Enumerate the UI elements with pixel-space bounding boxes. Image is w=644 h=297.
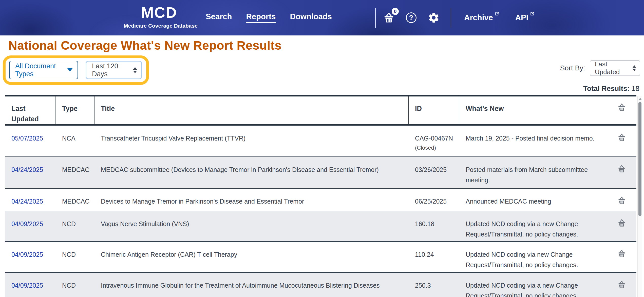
row-id: 03/26/2025 bbox=[409, 157, 459, 188]
external-link-icon bbox=[530, 12, 534, 16]
row-date-link[interactable]: 04/24/2025 bbox=[11, 166, 43, 173]
mcd-logo[interactable]: MCD Medicare Coverage Database bbox=[124, 5, 195, 29]
archive-link[interactable]: Archive bbox=[464, 13, 499, 22]
row-title: Transcatheter Tricuspid Valve Replacemen… bbox=[94, 126, 409, 156]
add-to-basket-button[interactable] bbox=[617, 219, 626, 241]
total-results-label: Total Results: bbox=[583, 85, 630, 92]
col-header-last-updated: Last Updated bbox=[5, 96, 55, 124]
add-to-basket-button[interactable] bbox=[617, 280, 626, 297]
external-links: Archive API bbox=[464, 0, 534, 35]
row-whats-new: Updated NCD coding via new Change Reques… bbox=[459, 242, 617, 272]
row-title: Chimeric Antigen Receptor (CAR) T-cell T… bbox=[94, 242, 409, 272]
sort-by-select-value: Last Updated bbox=[595, 60, 631, 76]
header-photo-backdrop bbox=[0, 3, 76, 35]
basket-count-badge: 0 bbox=[392, 8, 399, 15]
row-id: 06/25/2025 bbox=[409, 189, 459, 211]
help-button[interactable]: ? bbox=[406, 12, 416, 23]
basket-icon bbox=[617, 280, 626, 289]
external-link-icon bbox=[495, 12, 499, 16]
add-all-to-basket-button[interactable] bbox=[617, 96, 636, 124]
sort-by-select[interactable]: Last Updated bbox=[590, 60, 640, 76]
gear-icon bbox=[428, 12, 440, 24]
row-type: NCD bbox=[55, 273, 94, 297]
table-scrollbar[interactable] bbox=[637, 96, 642, 297]
header-divider bbox=[375, 8, 376, 28]
api-link[interactable]: API bbox=[515, 13, 535, 22]
add-to-basket-button[interactable] bbox=[617, 196, 626, 211]
row-date-link[interactable]: 04/09/2025 bbox=[11, 251, 43, 258]
table-row: 04/09/2025 NCD Vagus Nerve Stimulation (… bbox=[5, 211, 636, 241]
document-type-dropdown-value: All Document Types bbox=[15, 62, 65, 78]
basket-icon bbox=[617, 196, 626, 205]
basket-icon bbox=[617, 249, 626, 258]
row-date-link[interactable]: 04/09/2025 bbox=[11, 282, 43, 289]
mcd-logo-title: MCD bbox=[124, 5, 195, 21]
select-updown-icon bbox=[633, 65, 636, 71]
date-range-select-value: Last 120 Days bbox=[92, 62, 131, 78]
row-type: NCD bbox=[55, 211, 94, 241]
page-title: National Coverage What's New Report Resu… bbox=[8, 38, 281, 52]
row-whats-new: Announced MEDCAC meeting bbox=[459, 189, 617, 211]
add-to-basket-button[interactable] bbox=[617, 165, 626, 188]
row-whats-new: Updated NCD coding via a new Change Requ… bbox=[459, 211, 617, 241]
basket-icon bbox=[617, 103, 626, 112]
row-title: Devices to Manage Tremor in Parkinson's … bbox=[94, 189, 409, 211]
top-header: MCD Medicare Coverage Database Search Re… bbox=[0, 0, 644, 35]
table-header-row: Last Updated Type Title ID What's New bbox=[5, 96, 636, 126]
results-table: Last Updated Type Title ID What's New 05… bbox=[5, 95, 636, 297]
add-to-basket-button[interactable] bbox=[617, 133, 626, 156]
row-id: 160.18 bbox=[409, 211, 459, 241]
main-nav: Search Reports Downloads bbox=[206, 0, 332, 35]
basket-button[interactable]: 0 bbox=[383, 12, 395, 24]
row-title: Vagus Nerve Stimulation (VNS) bbox=[94, 211, 409, 241]
document-type-dropdown[interactable]: All Document Types bbox=[9, 61, 78, 79]
add-to-basket-button[interactable] bbox=[617, 249, 626, 272]
header-icon-group: 0 ? bbox=[383, 0, 440, 35]
table-row: 04/09/2025 NCD Intravenous Immune Globul… bbox=[5, 272, 636, 297]
mcd-logo-subtitle: Medicare Coverage Database bbox=[124, 23, 195, 29]
row-whats-new: Updated NCD coding via a new Change Requ… bbox=[459, 273, 617, 297]
total-results-value: 18 bbox=[632, 85, 639, 92]
chevron-down-icon bbox=[67, 68, 72, 72]
row-type: MEDCAC bbox=[55, 157, 94, 188]
row-date-link[interactable]: 04/09/2025 bbox=[11, 220, 43, 227]
col-header-id: ID bbox=[409, 96, 459, 124]
row-date-link[interactable]: 04/24/2025 bbox=[11, 198, 43, 205]
help-icon: ? bbox=[406, 12, 416, 23]
page: MCD Medicare Coverage Database Search Re… bbox=[0, 0, 644, 297]
basket-icon bbox=[617, 219, 626, 227]
table-row: 04/24/2025 MEDCAC Devices to Manage Trem… bbox=[5, 188, 636, 211]
sort-by-label: Sort By: bbox=[555, 64, 585, 72]
col-header-whats-new: What's New bbox=[459, 96, 617, 124]
date-range-select[interactable]: Last 120 Days bbox=[86, 61, 142, 79]
row-id-note: (Closed) bbox=[415, 144, 457, 152]
scrollbar-thumb[interactable] bbox=[638, 102, 641, 216]
table-row: 04/24/2025 MEDCAC MEDCAC subcommittee (D… bbox=[5, 156, 636, 188]
row-title: MEDCAC subcommittee (Devices to Manage T… bbox=[94, 157, 409, 188]
scrollbar-up-arrow-icon[interactable] bbox=[639, 98, 642, 100]
row-whats-new: March 19, 2025 - Posted final decision m… bbox=[459, 126, 617, 156]
header-divider bbox=[451, 8, 451, 28]
api-link-label: API bbox=[515, 13, 528, 22]
basket-icon bbox=[617, 133, 626, 142]
row-title: Intravenous Immune Globulin for the Trea… bbox=[94, 273, 409, 297]
row-id: 250.3 bbox=[409, 273, 459, 297]
nav-downloads[interactable]: Downloads bbox=[290, 12, 332, 23]
row-type: MEDCAC bbox=[55, 189, 94, 211]
table-row: 05/07/2025 NCA Transcatheter Tricuspid V… bbox=[5, 126, 636, 156]
settings-button[interactable] bbox=[428, 12, 440, 24]
nav-search[interactable]: Search bbox=[206, 12, 232, 23]
table-row: 04/09/2025 NCD Chimeric Antigen Receptor… bbox=[5, 241, 636, 272]
select-updown-icon bbox=[133, 67, 137, 73]
row-id: CAG-00467N(Closed) bbox=[409, 126, 459, 156]
total-results: Total Results: 18 bbox=[583, 85, 639, 93]
col-header-title: Title bbox=[94, 96, 409, 124]
row-date-link[interactable]: 05/07/2025 bbox=[11, 135, 43, 142]
row-type: NCA bbox=[55, 126, 94, 156]
archive-link-label: Archive bbox=[464, 13, 493, 22]
row-id: 110.24 bbox=[409, 242, 459, 272]
row-whats-new: Posted materials from March subcommittee… bbox=[459, 157, 617, 188]
col-header-type: Type bbox=[55, 96, 94, 124]
basket-icon bbox=[617, 165, 626, 173]
nav-reports[interactable]: Reports bbox=[246, 12, 276, 23]
